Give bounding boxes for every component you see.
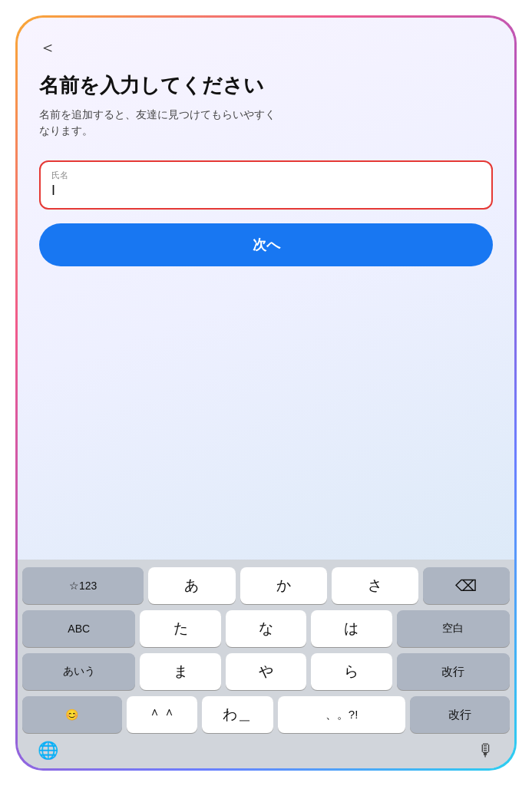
key-emoji[interactable]: 😊 (22, 696, 122, 733)
key-delete[interactable]: ⌫ (423, 567, 510, 604)
key-enter-2[interactable]: 改行 (410, 696, 510, 733)
key-a[interactable]: あ (148, 567, 235, 604)
key-num[interactable]: ☆123 (22, 567, 144, 604)
key-ma[interactable]: ま (140, 653, 220, 690)
page-title: 名前を入力してください (39, 73, 493, 99)
key-abc[interactable]: ABC (22, 610, 135, 647)
key-ha[interactable]: は (311, 610, 392, 647)
globe-button[interactable]: 🌐 (38, 741, 58, 761)
keyboard-rows: ☆123 あ か さ ⌫ ABC た な は 空白 あいう ま (22, 567, 510, 733)
keyboard-bottom: 🌐 🎙 (22, 733, 510, 764)
key-aiueo[interactable]: あいう (22, 653, 135, 690)
keyboard-row-3: あいう ま や ら 改行 (22, 653, 510, 690)
key-ya[interactable]: や (226, 653, 306, 690)
next-button[interactable]: 次へ (39, 223, 493, 266)
keyboard-row-1: ☆123 あ か さ ⌫ (22, 567, 510, 604)
page-subtitle: 名前を追加すると、友達に見つけてもらいやすくなります。 (39, 107, 493, 139)
keyboard-row-2: ABC た な は 空白 (22, 610, 510, 647)
name-input[interactable] (51, 183, 481, 199)
key-ra[interactable]: ら (311, 653, 392, 690)
key-na[interactable]: な (226, 610, 306, 647)
name-input-wrapper: 氏名 (39, 160, 493, 210)
keyboard-row-4: 😊 ＾＾ わ＿ 、。?! 改行 (22, 696, 510, 733)
key-caret[interactable]: ＾＾ (127, 696, 198, 733)
key-punct[interactable]: 、。?! (278, 696, 406, 733)
phone-screen: ＜ 名前を入力してください 名前を追加すると、友達に見つけてもらいやすくなります… (18, 18, 514, 768)
back-button[interactable]: ＜ (39, 36, 493, 59)
key-wa[interactable]: わ＿ (202, 696, 273, 733)
keyboard-area: ☆123 あ か さ ⌫ ABC た な は 空白 あいう ま (18, 560, 514, 768)
content-area: ＜ 名前を入力してください 名前を追加すると、友達に見つけてもらいやすくなります… (18, 18, 514, 560)
mic-button[interactable]: 🎙 (477, 741, 494, 761)
key-space[interactable]: 空白 (397, 610, 510, 647)
input-label: 氏名 (51, 170, 481, 181)
key-ka[interactable]: か (240, 567, 327, 604)
key-ta[interactable]: た (140, 610, 220, 647)
phone-frame: ＜ 名前を入力してください 名前を追加すると、友達に見つけてもらいやすくなります… (15, 15, 517, 771)
key-sa[interactable]: さ (332, 567, 418, 604)
key-enter-1[interactable]: 改行 (397, 653, 510, 690)
